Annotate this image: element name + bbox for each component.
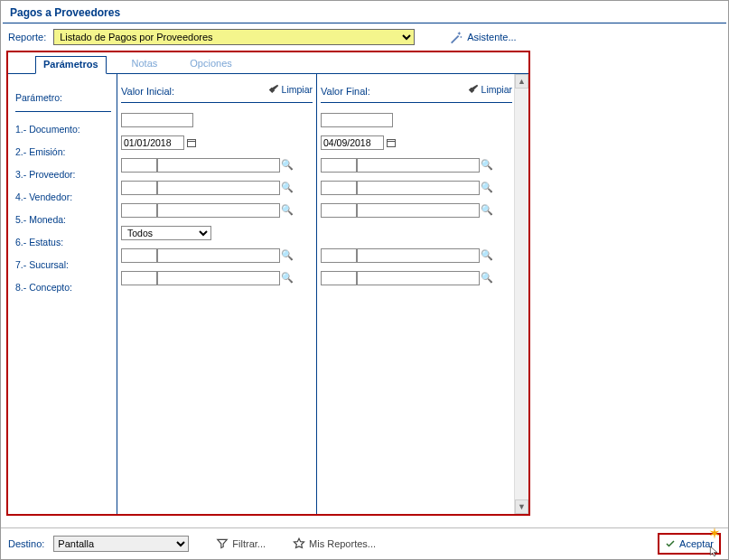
final-documento-input[interactable] <box>321 113 393 127</box>
params-panel: Parámetros Notas Opciones Parámetro: 1.-… <box>6 51 530 516</box>
report-label: Reporte: <box>8 32 46 42</box>
check-icon <box>665 538 676 549</box>
tabs-bar: Parámetros Notas Opciones <box>8 52 528 74</box>
tab-parametros[interactable]: Parámetros <box>35 56 107 74</box>
final-moneda-code[interactable] <box>321 203 357 218</box>
clear-final-button[interactable]: Limpiar <box>467 83 512 96</box>
initial-proveedor-desc[interactable] <box>157 158 280 173</box>
wand-icon <box>449 30 463 44</box>
initial-vendedor-desc[interactable] <box>157 181 280 195</box>
search-icon[interactable]: 🔍 <box>481 250 492 261</box>
star-icon <box>293 537 305 550</box>
final-proveedor-desc[interactable] <box>357 158 480 173</box>
svg-rect-0 <box>188 139 196 146</box>
tab-notas[interactable]: Notas <box>125 56 165 73</box>
search-icon[interactable]: 🔍 <box>282 205 293 216</box>
final-concepto-desc[interactable] <box>357 271 480 285</box>
param-label-documento: 1.- Documento: <box>15 117 111 140</box>
final-moneda-desc[interactable] <box>357 203 480 218</box>
search-icon[interactable]: 🔍 <box>282 182 293 193</box>
initial-values-col: Valor Inicial: Limpiar 🔍 <box>117 74 316 514</box>
calendar-icon[interactable] <box>386 137 397 148</box>
accept-button[interactable]: Aceptar <box>658 533 721 555</box>
param-header: Parámetro: <box>15 83 111 112</box>
my-reports-button[interactable]: Mis Reportes... <box>293 537 376 550</box>
cursor-icon <box>708 546 721 558</box>
broom-icon <box>267 83 280 96</box>
funnel-icon <box>216 537 229 550</box>
initial-header-row: Valor Inicial: Limpiar <box>121 79 313 103</box>
initial-header: Valor Inicial: <box>121 82 174 97</box>
search-icon[interactable]: 🔍 <box>282 273 293 284</box>
destino-label: Destino: <box>8 538 44 549</box>
scrollbar[interactable]: ▲ ▼ <box>514 74 528 514</box>
initial-sucursal-desc[interactable] <box>157 248 280 263</box>
final-header-row: Valor Final: Limpiar <box>321 79 512 103</box>
search-icon[interactable]: 🔍 <box>282 250 293 261</box>
initial-concepto-code[interactable] <box>121 271 157 285</box>
final-sucursal-code[interactable] <box>321 248 357 263</box>
initial-sucursal-code[interactable] <box>121 248 157 263</box>
scroll-up-arrow[interactable]: ▲ <box>515 74 528 89</box>
final-vendedor-code[interactable] <box>321 181 357 195</box>
initial-moneda-code[interactable] <box>121 203 157 218</box>
param-label-concepto: 8.- Concepto: <box>15 275 111 298</box>
clear-initial-button[interactable]: Limpiar <box>267 83 313 96</box>
param-label-estatus: 6.- Estatus: <box>15 230 111 253</box>
param-label-emision: 2.- Emisión: <box>15 140 111 163</box>
param-label-proveedor: 3.- Proveedor: <box>15 163 111 185</box>
report-select[interactable]: Listado de Pagos por Proveedores <box>53 29 415 45</box>
wizard-button[interactable]: Asistente... <box>449 30 516 44</box>
search-icon[interactable]: 🔍 <box>481 205 492 216</box>
initial-emision-input[interactable] <box>121 135 184 150</box>
calendar-icon[interactable] <box>186 137 197 148</box>
wizard-label: Asistente... <box>467 32 516 42</box>
footer-bar: Destino: Pantalla Filtrar... Mis Reporte… <box>1 527 728 559</box>
spark-icon <box>705 526 724 546</box>
final-vendedor-desc[interactable] <box>357 181 480 195</box>
destino-select[interactable]: Pantalla <box>53 536 189 552</box>
scroll-down-arrow[interactable]: ▼ <box>515 499 528 514</box>
search-icon[interactable]: 🔍 <box>481 182 492 193</box>
app-window: Pagos a Proveedores Reporte: Listado de … <box>0 0 729 560</box>
params-body: Parámetro: 1.- Documento: 2.- Emisión: 3… <box>8 74 528 514</box>
param-label-sucursal: 7.- Sucursal: <box>15 253 111 275</box>
initial-moneda-desc[interactable] <box>157 203 280 218</box>
report-row: Reporte: Listado de Pagos por Proveedore… <box>1 23 728 51</box>
final-values-col: Valor Final: Limpiar 🔍 <box>316 74 528 514</box>
initial-concepto-desc[interactable] <box>157 271 280 285</box>
tab-opciones[interactable]: Opciones <box>182 56 238 73</box>
final-sucursal-desc[interactable] <box>357 248 480 263</box>
initial-proveedor-code[interactable] <box>121 158 157 173</box>
search-icon[interactable]: 🔍 <box>481 273 492 284</box>
final-concepto-code[interactable] <box>321 271 357 285</box>
initial-estatus-select[interactable]: Todos <box>121 226 211 240</box>
final-proveedor-code[interactable] <box>321 158 357 173</box>
search-icon[interactable]: 🔍 <box>282 160 293 171</box>
final-header: Valor Final: <box>321 82 370 97</box>
initial-vendedor-code[interactable] <box>121 181 157 195</box>
param-label-vendedor: 4.- Vendedor: <box>15 185 111 208</box>
window-title: Pagos a Proveedores <box>3 3 726 23</box>
param-labels-col: Parámetro: 1.- Documento: 2.- Emisión: 3… <box>8 74 117 514</box>
initial-documento-input[interactable] <box>121 113 193 127</box>
broom-icon <box>467 83 480 96</box>
final-emision-input[interactable] <box>321 135 384 150</box>
param-label-moneda: 5.- Moneda: <box>15 208 111 230</box>
svg-rect-2 <box>388 139 396 146</box>
search-icon[interactable]: 🔍 <box>481 160 492 171</box>
filter-button[interactable]: Filtrar... <box>216 537 266 550</box>
